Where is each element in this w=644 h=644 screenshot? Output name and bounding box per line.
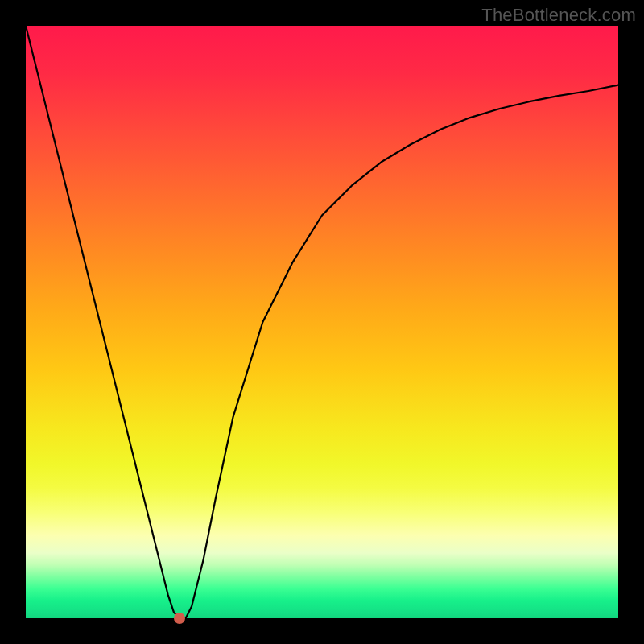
curve-path xyxy=(26,26,618,618)
chart-frame: TheBottleneck.com xyxy=(0,0,644,644)
optimal-point-marker xyxy=(174,613,185,624)
chart-plot-area xyxy=(26,26,618,618)
watermark-text: TheBottleneck.com xyxy=(481,5,636,26)
bottleneck-curve xyxy=(26,26,618,618)
